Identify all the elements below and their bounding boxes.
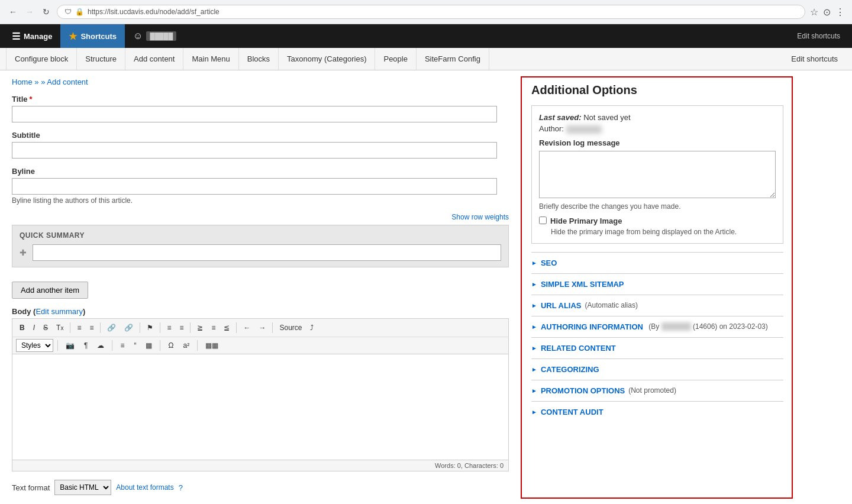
help-icon[interactable]: ? — [179, 483, 183, 492]
align-center-button[interactable]: ≡ — [208, 321, 219, 334]
quick-summary-section: QUICK SUMMARY ✚ — [12, 225, 509, 267]
undo-button[interactable]: ← — [240, 321, 254, 334]
show-row-weights-link[interactable]: Show row weights — [12, 213, 509, 221]
add-another-item-button[interactable]: Add another item — [12, 282, 88, 299]
drag-handle[interactable]: ✚ — [20, 248, 27, 257]
manage-label: Manage — [24, 32, 52, 41]
special-char-button[interactable]: Ω — [164, 339, 177, 352]
back-button[interactable]: ← — [7, 6, 19, 18]
redo-button[interactable]: → — [255, 321, 269, 334]
simple-xml-sitemap-section: ► SIMPLE XML SITEMAP — [531, 273, 783, 295]
nav-main-menu[interactable]: Main Menu — [183, 48, 238, 70]
unordered-list-button[interactable]: ≡ — [163, 321, 175, 334]
cloud-button[interactable]: ☁ — [93, 339, 108, 352]
indent-button[interactable]: ≡ — [73, 321, 85, 334]
shortcuts-button[interactable]: ★ Shortcuts — [60, 24, 125, 48]
url-alias-arrow: ► — [531, 302, 537, 309]
edit-summary-link[interactable]: Edit summary — [36, 307, 82, 316]
title-input[interactable] — [12, 106, 497, 122]
username: █████ — [146, 31, 176, 41]
sep1 — [70, 322, 70, 333]
nav-configure-block[interactable]: Configure block — [6, 48, 77, 70]
forward-button[interactable]: → — [24, 6, 36, 18]
title-required-indicator: * — [30, 95, 33, 104]
align-left-button[interactable]: ≧ — [193, 321, 206, 334]
nav-edit-shortcuts[interactable]: Edit shortcuts — [783, 54, 846, 63]
remove-format-button[interactable]: Tx — [53, 321, 67, 334]
content-audit-header[interactable]: ► CONTENT AUDIT — [531, 408, 783, 416]
nav-people[interactable]: People — [375, 48, 416, 70]
summary-input[interactable] — [33, 244, 501, 261]
align-right-button[interactable]: ≦ — [220, 321, 233, 334]
author-label: Author: — [539, 124, 564, 133]
categorizing-header[interactable]: ► CATEGORIZING — [531, 365, 783, 374]
bold-button[interactable]: B — [16, 321, 28, 334]
simple-xml-arrow: ► — [531, 281, 537, 287]
hamburger-icon: ☰ — [12, 31, 20, 42]
bookmark-button[interactable]: ☆ — [810, 7, 818, 18]
unlink-button[interactable]: 🔗 — [121, 321, 137, 334]
last-saved-row: Last saved: Not saved yet — [539, 113, 776, 122]
menu-button[interactable]: ⋮ — [835, 7, 845, 18]
blockquote-button[interactable]: “ — [130, 339, 140, 352]
strikethrough-button[interactable]: S — [40, 321, 51, 334]
breadcrumb-home[interactable]: Home — [12, 77, 33, 86]
superscript-button[interactable]: a² — [179, 339, 193, 352]
user-menu[interactable]: ☺ █████ — [127, 24, 182, 48]
edit-shortcuts-link[interactable]: Edit shortcuts — [791, 32, 846, 40]
nav-blocks[interactable]: Blocks — [239, 48, 279, 70]
shield-icon: 🛡 — [64, 8, 72, 16]
lock-icon: 🔒 — [75, 8, 84, 16]
paragraph-button[interactable]: ¶ — [80, 339, 91, 352]
revision-log-textarea[interactable] — [539, 151, 776, 198]
nav-sitefarm-config[interactable]: SiteFarm Config — [417, 48, 489, 70]
link-button[interactable]: 🔗 — [104, 321, 120, 334]
manage-button[interactable]: ☰ Manage — [6, 24, 58, 48]
image-button[interactable]: 📷 — [62, 339, 78, 352]
related-content-header[interactable]: ► RELATED CONTENT — [531, 344, 783, 353]
reload-button[interactable]: ↻ — [40, 6, 52, 18]
hide-primary-image-checkbox[interactable] — [539, 217, 547, 224]
url-alias-section: ► URL ALIAS (Automatic alias) — [531, 295, 783, 316]
nav-add-content[interactable]: Add content — [125, 48, 183, 70]
promotion-arrow: ► — [531, 387, 537, 394]
seo-arrow: ► — [531, 260, 537, 266]
url-alias-label: URL ALIAS — [541, 301, 582, 310]
browser-chrome: ← → ↻ 🛡 🔒 https://lsit.ucdavis.edu/node/… — [0, 0, 852, 24]
related-content-label: RELATED CONTENT — [541, 344, 616, 353]
about-formats-link[interactable]: About text formats — [116, 483, 173, 492]
sep4 — [160, 322, 160, 333]
url-alias-header[interactable]: ► URL ALIAS (Automatic alias) — [531, 301, 783, 310]
ordered-list-button[interactable]: ≡ — [176, 321, 187, 334]
editor-body[interactable] — [12, 354, 509, 460]
anchor-button[interactable]: ⚑ — [143, 321, 157, 334]
source-button[interactable]: Source — [276, 321, 305, 334]
subtitle-field-group: Subtitle — [12, 131, 509, 159]
styles-select[interactable]: Styles — [16, 339, 53, 352]
subtitle-input[interactable] — [12, 142, 497, 159]
url-alias-extra: (Automatic alias) — [585, 301, 638, 309]
promotion-options-header[interactable]: ► PROMOTION OPTIONS (Not promoted) — [531, 386, 783, 395]
byline-input[interactable] — [12, 178, 497, 195]
text-format-select[interactable]: Basic HTML — [54, 480, 111, 495]
subtitle-label: Subtitle — [12, 131, 509, 140]
italic-button[interactable]: I — [30, 321, 38, 334]
justify-button[interactable]: ≡ — [117, 339, 128, 352]
nav-taxonomy[interactable]: Taxonomy (Categories) — [279, 48, 375, 70]
categorizing-label: CATEGORIZING — [541, 365, 599, 374]
templates-button[interactable]: ▦▦ — [202, 339, 222, 352]
hide-primary-image-label: Hide Primary Image — [550, 217, 622, 225]
fullscreen-button[interactable]: ⤴ — [306, 321, 317, 334]
additional-options-sidebar: Additional Options Last saved: Not saved… — [521, 76, 793, 499]
simple-xml-sitemap-header[interactable]: ► SIMPLE XML SITEMAP — [531, 280, 783, 289]
sep10 — [160, 340, 160, 351]
authoring-information-header[interactable]: ► AUTHORING INFORMATION (By (14606) on 2… — [531, 322, 783, 331]
seo-header[interactable]: ► SEO — [531, 259, 783, 267]
sep8 — [57, 340, 58, 351]
table-button[interactable]: ▦ — [142, 339, 156, 352]
breadcrumb-add-content[interactable]: Add content — [47, 77, 88, 86]
nav-structure[interactable]: Structure — [77, 48, 125, 70]
extension-button[interactable]: ⊙ — [823, 7, 831, 18]
text-format-label: Text format — [12, 483, 50, 492]
outdent-button[interactable]: ≡ — [86, 321, 97, 334]
